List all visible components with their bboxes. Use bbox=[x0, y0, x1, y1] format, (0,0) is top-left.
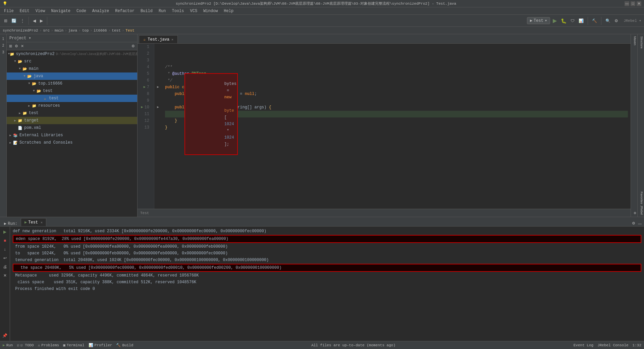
left-icon-2[interactable]: 2 bbox=[0, 42, 6, 48]
bottom-settings-btn[interactable]: ⚙ bbox=[631, 220, 636, 226]
menu-help[interactable]: Help bbox=[221, 8, 236, 14]
menu-analyze[interactable]: Analyze bbox=[90, 8, 112, 14]
tree-item-java[interactable]: ▼ 📂 java bbox=[7, 72, 137, 80]
tree-arrow-test-pkg: ▼ bbox=[32, 89, 36, 93]
build-btn-status[interactable]: 🔨 Build bbox=[116, 343, 133, 347]
structure-tab-btn[interactable]: Structure bbox=[638, 36, 644, 49]
menu-tools[interactable]: Tools bbox=[169, 8, 187, 14]
favorites-tab-btn[interactable]: Favorites bbox=[638, 191, 644, 205]
panel-settings[interactable]: ⚙ bbox=[14, 43, 19, 49]
line-col-indicator[interactable]: 1:32 bbox=[633, 343, 641, 347]
pin-btn[interactable]: 📌 bbox=[1, 332, 9, 340]
code-lines[interactable]: /** * @author BNTang */ public class bbox=[164, 44, 628, 209]
panel-gear[interactable]: ⚙ bbox=[130, 43, 136, 49]
right-icon-settings[interactable]: ⚙ bbox=[631, 211, 637, 215]
settings-btn[interactable]: ⚙ bbox=[613, 18, 620, 24]
tree-item-test-java[interactable]: ▶ ☕ test bbox=[7, 95, 137, 102]
toolbar-back-btn[interactable]: ◀ bbox=[32, 18, 37, 24]
minimize-button[interactable]: — bbox=[625, 1, 629, 6]
print-btn[interactable]: 🖨 bbox=[1, 263, 9, 271]
toolbar-forward-btn[interactable]: ▶ bbox=[39, 18, 44, 24]
breadcrumb-item-4[interactable]: top bbox=[82, 29, 89, 33]
run-status-btn[interactable]: ▶ Run bbox=[3, 343, 13, 347]
breadcrumb-item-6[interactable]: test bbox=[112, 29, 120, 33]
profiler-btn[interactable]: 📊 Profiler bbox=[89, 343, 112, 347]
test-tab-close[interactable]: ✕ bbox=[41, 220, 43, 225]
rerun-btn[interactable]: ▶ bbox=[1, 228, 9, 236]
run-gutter-10[interactable]: ▶ bbox=[141, 104, 143, 111]
breadcrumb-item-0[interactable]: synchronizedPro2 bbox=[3, 29, 38, 33]
breadcrumb-item-1[interactable]: src bbox=[43, 29, 50, 33]
menu-file[interactable]: File bbox=[1, 8, 16, 14]
breadcrumb-item-2[interactable]: main bbox=[55, 29, 63, 33]
menu-refactor[interactable]: Refactor bbox=[112, 8, 137, 14]
tree-item-pom[interactable]: ▶ 📄 pom.xml bbox=[7, 124, 137, 132]
code-content[interactable]: ▶ ▶ bbox=[154, 44, 631, 209]
toolbar-project-btn[interactable]: ⊞ bbox=[3, 18, 9, 24]
tree-label-java: java bbox=[34, 74, 43, 79]
jrebel-tab-btn[interactable]: JRebel bbox=[638, 205, 644, 215]
tree-item-resources[interactable]: ▶ 📁 resources bbox=[7, 102, 137, 109]
profile-button[interactable]: 📊 bbox=[577, 18, 585, 24]
event-log-btn[interactable]: Event Log bbox=[574, 343, 593, 347]
panel-collapse-all[interactable]: ⊞ bbox=[8, 43, 13, 49]
title-bar-controls[interactable]: — □ ✕ bbox=[625, 1, 641, 6]
maximize-button[interactable]: □ bbox=[631, 1, 635, 6]
right-icon-maven[interactable]: Maven bbox=[631, 36, 637, 46]
fold-icon-7[interactable]: ▶ bbox=[157, 84, 159, 91]
tree-item-src[interactable]: ▼ 📂 src bbox=[7, 58, 137, 65]
terminal-btn[interactable]: ▣ Terminal bbox=[63, 343, 84, 347]
bottom-tab-test[interactable]: ▶ Test ✕ bbox=[21, 218, 46, 226]
menu-build[interactable]: Build bbox=[138, 8, 155, 14]
left-icon-1[interactable]: 1 bbox=[0, 36, 6, 42]
toolbar-sync-btn[interactable]: 🔄 bbox=[10, 18, 18, 24]
debug-button[interactable]: 🐛 bbox=[559, 17, 568, 24]
tree-arrow-resources: ▶ bbox=[27, 104, 32, 108]
menu-code[interactable]: Code bbox=[74, 8, 89, 14]
build-label: Build bbox=[122, 343, 133, 347]
test-src-icon: 📁 bbox=[22, 110, 28, 116]
close-button[interactable]: ✕ bbox=[637, 1, 641, 6]
tree-item-main[interactable]: ▼ 📂 main bbox=[7, 65, 137, 72]
title-bar-left: 💡 bbox=[3, 1, 7, 6]
breadcrumb-item-7[interactable]: Test bbox=[125, 29, 134, 33]
left-icon-3[interactable]: 3 bbox=[0, 49, 6, 55]
tree-item-target[interactable]: ▶ 📁 target bbox=[7, 117, 137, 124]
jrebel-console-btn[interactable]: JRebel Console bbox=[597, 343, 628, 347]
tab-close-btn[interactable]: ✕ bbox=[171, 38, 173, 42]
menu-window[interactable]: Window bbox=[201, 8, 220, 14]
soft-wrap-btn[interactable]: ↩ bbox=[1, 254, 9, 262]
todo-btn[interactable]: ☑ ☑ TODO bbox=[17, 343, 34, 347]
run-gutter-7[interactable]: ▶ bbox=[144, 84, 146, 91]
toolbar-config-btn[interactable]: ⋮ bbox=[19, 18, 26, 24]
tree-label-root: synchronizedPro2 bbox=[16, 52, 54, 56]
tree-item-ext-libs[interactable]: ▶ 📚 External Libraries bbox=[7, 132, 137, 139]
scroll-to-end-btn[interactable]: ↓ bbox=[1, 245, 9, 253]
menu-run[interactable]: Run bbox=[156, 8, 169, 14]
fold-icon-10[interactable]: ▶ bbox=[157, 104, 159, 111]
panel-close[interactable]: ✕ bbox=[20, 43, 25, 49]
menu-navigate[interactable]: Navigate bbox=[48, 8, 73, 14]
build-btn[interactable]: 🔨 bbox=[591, 18, 598, 24]
tree-arrow-scratches: ▶ bbox=[8, 141, 13, 145]
run-config-selector[interactable]: ▶ Test ▾ bbox=[527, 17, 550, 24]
breadcrumb-item-5[interactable]: it6666 bbox=[94, 29, 107, 33]
breadcrumb-item-3[interactable]: java bbox=[68, 29, 77, 33]
clear-btn[interactable]: ✕ bbox=[1, 271, 9, 280]
menu-view[interactable]: View bbox=[33, 8, 48, 14]
run-button[interactable]: ▶ bbox=[551, 17, 558, 24]
tree-item-root[interactable]: ▼ 📁 synchronizedPro2 D:\Develop\Java\Jav… bbox=[7, 50, 137, 58]
tab-test-java[interactable]: ☕ Test.java ✕ bbox=[139, 35, 178, 43]
tree-item-scratches[interactable]: ▶ 📝 Scratches and Consoles bbox=[7, 139, 137, 146]
stop-btn[interactable]: ■ bbox=[1, 237, 9, 245]
menu-edit[interactable]: Edit bbox=[17, 8, 32, 14]
bottom-minimize-btn[interactable]: — bbox=[637, 221, 643, 226]
tree-item-test-pkg[interactable]: ▼ 📂 test bbox=[7, 87, 137, 95]
problems-btn[interactable]: ⚠ Problems bbox=[38, 343, 59, 347]
tree-item-test-src[interactable]: ▶ 📁 test bbox=[7, 109, 137, 117]
target-icon: 📁 bbox=[17, 118, 23, 123]
coverage-button[interactable]: 🛡 bbox=[569, 18, 576, 24]
menu-vcs[interactable]: VCS bbox=[187, 8, 200, 14]
tree-item-top[interactable]: ▼ 📂 top.it6666 bbox=[7, 80, 137, 87]
search-btn[interactable]: 🔍 bbox=[604, 18, 612, 24]
